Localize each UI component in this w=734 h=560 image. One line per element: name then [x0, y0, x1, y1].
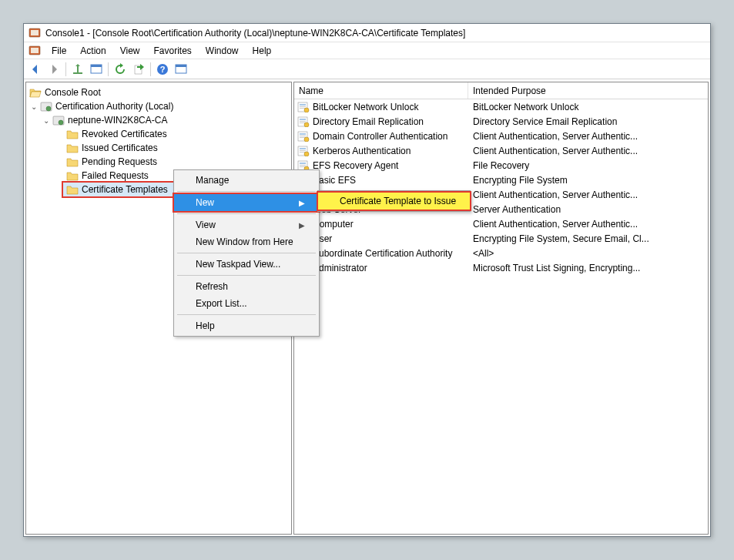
column-header-purpose[interactable]: Intended Purpose	[468, 82, 708, 99]
menu-bar: File Action View Favorites Window Help	[24, 42, 710, 59]
cell-name: Subordinate Certification Authority	[294, 248, 468, 259]
ctx-certificate-template-to-issue[interactable]: Certificate Template to Issue	[318, 193, 470, 210]
submenu-arrow-icon: ▶	[299, 199, 305, 207]
cell-purpose: BitLocker Network Unlock	[468, 102, 708, 112]
cell-purpose: Client Authentication, Server Authentic.…	[468, 131, 708, 142]
submenu-arrow-icon: ▶	[299, 221, 305, 230]
cell-name: Administrator	[294, 263, 468, 273]
menu-window[interactable]: Window	[199, 44, 245, 58]
ctx-view[interactable]: View ▶	[174, 216, 319, 233]
tree-node-revoked[interactable]: Revoked Certificates	[28, 127, 290, 141]
list-row[interactable]: ComputerClient Authentication, Server Au…	[294, 216, 708, 231]
cell-name: User	[294, 233, 468, 244]
list-row[interactable]: Domain Controller AuthenticationClient A…	[294, 129, 708, 143]
ctx-help[interactable]: Help	[174, 317, 319, 334]
toolbar-separator	[65, 62, 66, 76]
up-button[interactable]	[69, 61, 86, 78]
template-icon	[297, 116, 310, 127]
menu-action[interactable]: Action	[74, 44, 112, 58]
cell-purpose: Server Authentication	[468, 204, 708, 215]
toolbar-separator	[108, 62, 109, 76]
toolbar	[24, 59, 710, 79]
nav-back-button[interactable]	[27, 61, 44, 78]
template-name-label: Domain Controller Authentication	[313, 131, 447, 142]
template-icon	[297, 146, 310, 156]
cell-name: EFS Recovery Agent	[294, 160, 468, 171]
cell-purpose: Client Authentication, Server Authentic.…	[468, 189, 708, 200]
template-name-label: Administrator	[313, 263, 367, 273]
toolbar-separator	[150, 62, 151, 76]
cell-name: Directory Email Replication	[294, 116, 468, 127]
tree-node-ca-local[interactable]: ⌄ Certification Authority (Local)	[28, 99, 290, 113]
template-icon	[297, 131, 310, 142]
ctx-separator	[177, 253, 316, 253]
ctx-separator	[177, 191, 316, 192]
mmc-window: Console1 - [Console Root\Certification A…	[23, 23, 711, 537]
ctx-new-taskpad[interactable]: New Taskpad View...	[174, 256, 319, 273]
ca-icon	[40, 101, 52, 112]
cell-name: Computer	[294, 219, 468, 230]
ctx-new[interactable]: New ▶	[174, 194, 319, 211]
export-list-button[interactable]	[130, 61, 147, 78]
list-row[interactable]: AdministratorMicrosoft Trust List Signin…	[294, 260, 708, 275]
window-title: Console1 - [Console Root\Certification A…	[45, 28, 465, 39]
show-hide-action-pane-button[interactable]	[173, 61, 189, 78]
cell-name: Basic EFS	[294, 175, 468, 186]
cell-purpose: <All>	[468, 248, 708, 259]
cell-purpose: Encrypting File System	[468, 175, 708, 186]
context-menu: Manage New ▶ View ▶ New Window from Here…	[173, 169, 320, 337]
list-pane[interactable]: Name Intended Purpose BitLocker Network …	[293, 82, 709, 535]
list-body: BitLocker Network UnlockBitLocker Networ…	[294, 99, 708, 534]
cell-name: Kerberos Authentication	[294, 146, 468, 156]
template-name-label: EFS Recovery Agent	[313, 160, 398, 171]
template-name-label: Directory Email Replication	[313, 116, 424, 127]
list-row[interactable]: Subordinate Certification Authority<All>	[294, 246, 708, 260]
ctx-new-window[interactable]: New Window from Here	[174, 233, 319, 250]
template-name-label: BitLocker Network Unlock	[313, 102, 418, 112]
ctx-manage[interactable]: Manage	[174, 172, 319, 189]
mmc-icon	[28, 27, 41, 39]
cell-purpose: Directory Service Email Replication	[468, 116, 708, 127]
tree-node-console-root[interactable]: Console Root	[28, 86, 290, 99]
content-area: Console Root ⌄ Certification Authority (…	[24, 79, 710, 536]
collapse-icon[interactable]: ⌄	[40, 116, 52, 125]
help-button[interactable]	[154, 61, 171, 78]
ctx-refresh[interactable]: Refresh	[174, 278, 319, 295]
ctx-export[interactable]: Export List...	[174, 295, 319, 312]
template-name-label: Subordinate Certification Authority	[313, 248, 452, 259]
folder-icon	[66, 156, 79, 167]
list-row[interactable]: BitLocker Network UnlockBitLocker Networ…	[294, 99, 708, 114]
cell-purpose: Client Authentication, Server Authentic.…	[468, 146, 708, 156]
list-row[interactable]: Directory Email ReplicationDirectory Ser…	[294, 114, 708, 129]
menu-view[interactable]: View	[114, 44, 146, 58]
list-row[interactable]: Kerberos AuthenticationClient Authentica…	[294, 143, 708, 158]
ctx-separator	[177, 314, 316, 315]
list-row[interactable]: UserEncrypting File System, Secure Email…	[294, 231, 708, 246]
folder-icon	[66, 143, 79, 153]
tree-node-pending[interactable]: Pending Requests	[28, 155, 290, 169]
tree-node-issued[interactable]: Issued Certificates	[28, 141, 290, 155]
nav-forward-button[interactable]	[45, 61, 62, 78]
template-name-label: Kerberos Authentication	[313, 146, 411, 156]
list-row[interactable]: EFS Recovery AgentFile Recovery	[294, 158, 708, 173]
menu-favorites[interactable]: Favorites	[148, 44, 198, 58]
folder-icon	[66, 184, 79, 195]
cell-purpose: File Recovery	[468, 160, 708, 171]
mmc-app-icon	[28, 45, 41, 57]
tree-node-certificate-templates[interactable]: Certificate Templates	[63, 183, 177, 196]
template-icon	[297, 102, 310, 112]
ctx-separator	[177, 213, 316, 214]
cell-purpose: Client Authentication, Server Authentic.…	[468, 219, 708, 230]
show-hide-tree-button[interactable]	[88, 61, 105, 78]
collapse-icon[interactable]: ⌄	[28, 102, 40, 111]
server-icon	[52, 115, 65, 126]
ctx-separator	[177, 275, 316, 276]
list-header: Name Intended Purpose	[294, 82, 708, 99]
menu-help[interactable]: Help	[246, 44, 278, 58]
refresh-button[interactable]	[112, 61, 129, 78]
menu-file[interactable]: File	[45, 44, 72, 58]
tree-node-ca-server[interactable]: ⌄ neptune-WIN2K8CA-CA	[28, 113, 290, 127]
folder-open-icon	[29, 87, 42, 98]
column-header-name[interactable]: Name	[294, 82, 468, 99]
list-row[interactable]: Basic EFSEncrypting File System	[294, 173, 708, 187]
